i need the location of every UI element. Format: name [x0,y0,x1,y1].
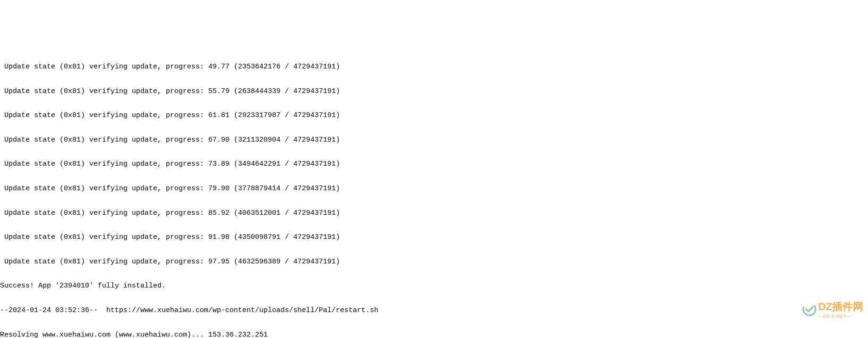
update-line: Update state (0x81) verifying update, pr… [0,61,868,73]
update-line: Update state (0x81) verifying update, pr… [0,183,868,195]
watermark-subtext: —DZ-X.NET— [818,311,851,323]
update-line: Update state (0x81) verifying update, pr… [0,207,868,220]
update-line: Update state (0x81) verifying update, pr… [0,110,868,122]
svg-point-0 [802,302,817,316]
wget-start: --2024-01-24 03:52:36-- https://www.xueh… [0,304,868,317]
watermark-logo-icon [785,290,817,333]
install-success: Success! App '2394010' fully installed. [0,280,868,292]
update-line: Update state (0x81) verifying update, pr… [0,158,868,170]
wget-resolving: Resolving www.xuehaiwu.com (www.xuehaiwu… [0,329,868,338]
update-line: Update state (0x81) verifying update, pr… [0,134,868,146]
watermark: DZ插件网 —DZ-X.NET— [785,290,863,333]
update-line: Update state (0x81) verifying update, pr… [0,85,868,98]
terminal-output[interactable]: Update state (0x81) verifying update, pr… [0,49,868,338]
update-line: Update state (0x81) verifying update, pr… [0,231,868,244]
update-line: Update state (0x81) verifying update, pr… [0,256,868,268]
